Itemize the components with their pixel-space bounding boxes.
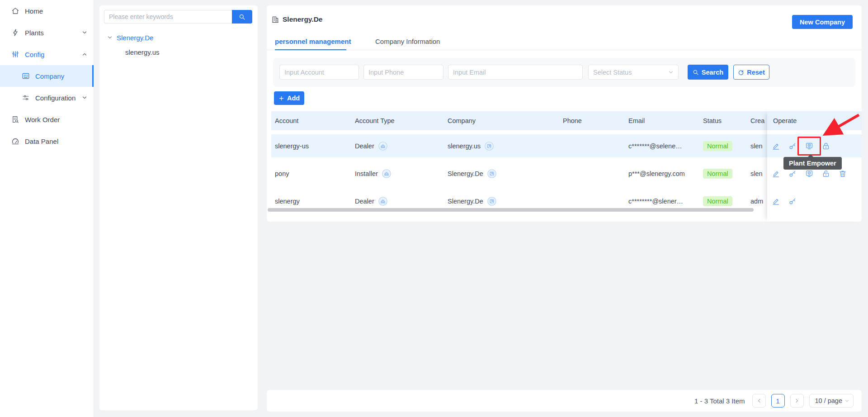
company-header: Slenergy.De: [271, 15, 322, 24]
column-header-operate: Operate: [767, 111, 862, 130]
chevron-up-icon: [82, 52, 87, 57]
sidebar: Home Plants Config Company Configuration…: [0, 0, 94, 417]
key-action-icon[interactable]: [788, 170, 797, 178]
sidebar-item-label: Home: [25, 7, 87, 15]
status-badge: Normal: [703, 141, 732, 151]
keywords-search-input[interactable]: [104, 10, 232, 24]
sidebar-item-data-panel[interactable]: Data Panel: [0, 130, 94, 152]
account-filter-input[interactable]: [279, 65, 359, 80]
edit-action-icon[interactable]: [772, 197, 780, 205]
account-type-badge-icon: [378, 141, 388, 151]
edit-action-icon[interactable]: [772, 142, 780, 150]
chevron-down-icon: [668, 70, 674, 75]
sidebar-item-plants[interactable]: Plants: [0, 22, 94, 43]
pagination-bar: 1 - 3 Total 3 Item 1 10 / page: [267, 390, 862, 412]
operate-row: [767, 134, 862, 157]
cell-account-type: Dealer: [355, 198, 374, 205]
new-company-button[interactable]: New Company: [792, 15, 853, 29]
status-badge: Normal: [703, 169, 732, 179]
column-header-phone: Phone: [559, 117, 625, 124]
plus-icon: [278, 95, 284, 101]
key-action-icon[interactable]: [788, 197, 797, 205]
tree-node-child[interactable]: slenergy.us: [125, 45, 160, 59]
add-button[interactable]: Add: [274, 91, 304, 105]
horizontal-scrollbar[interactable]: [268, 208, 754, 212]
page-number-button[interactable]: 1: [771, 394, 785, 408]
sidebar-item-label: Data Panel: [25, 137, 87, 145]
phone-filter-input[interactable]: [363, 65, 443, 80]
sidebar-item-work-order[interactable]: Work Order: [0, 109, 94, 130]
company-contact-badge-icon: [487, 169, 497, 179]
sidebar-item-company[interactable]: Company: [0, 65, 94, 87]
operate-column: Operate Plant Empower: [767, 111, 862, 222]
tree-node-root[interactable]: Slenergy.De: [107, 31, 153, 44]
reset-button[interactable]: Reset: [733, 65, 769, 80]
company-contact-badge-icon: [484, 141, 494, 151]
company-contact-badge-icon: [487, 196, 497, 206]
email-filter-input[interactable]: [448, 65, 583, 80]
search-icon: [693, 69, 699, 76]
company-card-icon: [22, 72, 30, 80]
sidebar-item-home[interactable]: Home: [0, 0, 94, 22]
next-page-button[interactable]: [790, 394, 804, 408]
tree-node-label: Slenergy.De: [117, 34, 153, 42]
building-icon: [271, 15, 279, 24]
chevron-right-icon: [794, 398, 800, 403]
status-filter-select[interactable]: Select Status: [588, 65, 679, 80]
chevron-down-icon: [82, 30, 87, 35]
operate-row: [767, 190, 862, 213]
status-badge: Normal: [703, 196, 732, 206]
tune-icon: [11, 50, 19, 58]
tree-search-button[interactable]: [232, 10, 252, 24]
home-icon: [11, 7, 19, 15]
cell-account-type: Installer: [355, 170, 378, 177]
chevron-down-icon: [844, 398, 849, 403]
column-header-email: Email: [625, 117, 699, 124]
account-type-badge-icon: [378, 196, 388, 206]
tab-personnel-management[interactable]: personnel management: [275, 33, 351, 50]
empower-action-icon[interactable]: [805, 142, 813, 150]
cell-email: c*******@selene…: [625, 142, 699, 150]
plant-empower-tooltip: Plant Empower: [783, 157, 842, 170]
unlock-action-icon[interactable]: [822, 170, 830, 178]
filter-bar: Select Status Search Reset: [273, 58, 855, 87]
page-size-select[interactable]: 10 / page: [809, 394, 854, 408]
status-select-placeholder: Select Status: [593, 69, 632, 76]
refresh-icon: [738, 69, 744, 76]
chevron-down-icon: [107, 35, 113, 40]
cell-account: slenergy: [271, 198, 351, 205]
cell-email: c********@slener…: [625, 198, 699, 205]
sidebar-item-label: Plants: [25, 29, 76, 37]
sidebar-item-configuration[interactable]: Configuration: [0, 87, 94, 109]
tab-company-information[interactable]: Company Information: [375, 33, 440, 50]
search-icon: [239, 14, 245, 20]
chevron-left-icon: [756, 398, 762, 403]
cell-company: Slenergy.De: [448, 198, 483, 205]
cell-account-type: Dealer: [355, 142, 374, 150]
edit-action-icon[interactable]: [772, 170, 780, 178]
account-type-badge-icon: [382, 169, 392, 179]
sidebar-item-label: Config: [25, 51, 76, 58]
sidebar-item-label: Work Order: [25, 116, 87, 123]
lock-action-icon[interactable]: [822, 142, 830, 150]
cell-account: slenergy-us: [271, 142, 351, 150]
pagination-total: 1 - 3 Total 3 Item: [694, 397, 745, 405]
cell-company: Slenergy.De: [448, 170, 483, 177]
delete-action-icon[interactable]: [839, 170, 847, 178]
search-button[interactable]: Search: [688, 65, 728, 80]
sidebar-item-config[interactable]: Config: [0, 43, 94, 65]
cell-company: slenergy.us: [448, 142, 481, 150]
tab-bar: personnel management Company Information: [267, 33, 862, 50]
page-title: Slenergy.De: [283, 15, 322, 24]
column-header-account-type: Account Type: [351, 117, 444, 124]
sidebar-item-label: Configuration: [35, 94, 76, 102]
key-action-icon[interactable]: [788, 142, 797, 150]
previous-page-button[interactable]: [752, 394, 766, 408]
lightning-icon: [11, 28, 19, 37]
cell-email: p***@slenergy.com: [625, 170, 699, 177]
empower-action-icon[interactable]: [805, 170, 813, 178]
column-header-status: Status: [699, 117, 747, 124]
tree-node-label: slenergy.us: [125, 48, 160, 56]
active-tab-underline: [275, 49, 346, 50]
column-header-company: Company: [444, 117, 559, 124]
